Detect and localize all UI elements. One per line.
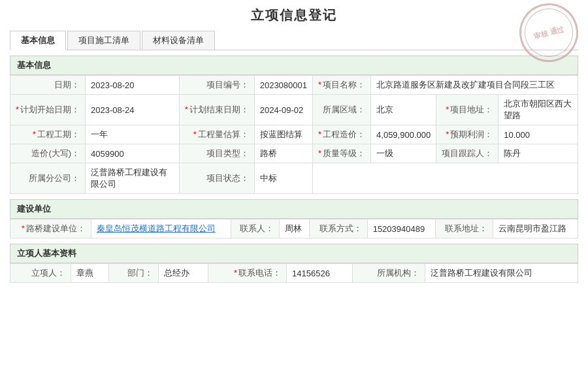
value-phone: 14156526 [287, 264, 353, 283]
value-project-status: 中标 [254, 163, 312, 194]
label-tracker: 项目跟踪人： [436, 144, 498, 163]
page-wrapper: 审核 通过 立项信息登记 基本信息 项目施工清单 材料设备清单 基本信息 日期：… [0, 0, 588, 295]
tab-basic-info[interactable]: 基本信息 [10, 31, 66, 50]
value-org: 泛普路桥工程建设有限公司 [425, 264, 578, 283]
value-duration: 一年 [86, 125, 180, 144]
label-project-type: 项目类型： [179, 144, 254, 163]
build-unit-table: *路桥建设单位： 秦皇岛恒茂横道路工程有限公司 联系人： 周林 联系方式： 15… [10, 219, 578, 238]
label-project-name: *项目名称： [313, 76, 371, 95]
tab-bar: 基本信息 项目施工清单 材料设备清单 [10, 31, 578, 50]
value-contact-address: 云南昆明市盈江路 [493, 220, 578, 238]
label-phone: *联系电话： [208, 264, 286, 283]
value-date: 2023-08-20 [86, 76, 180, 95]
table-row: *路桥建设单位： 秦皇岛恒茂横道路工程有限公司 联系人： 周林 联系方式： 15… [10, 220, 578, 238]
label-start-date: *计划开始日期： [10, 95, 86, 125]
label-quality-level: *质量等级： [313, 144, 371, 163]
label-department: 部门： [109, 264, 159, 283]
table-row: *工程工期： 一年 *工程量估算： 按蓝图结算 *工程造价： 4,059,900… [10, 125, 578, 144]
label-address: *项目地址： [436, 95, 498, 125]
tab-materials-list[interactable]: 材料设备清单 [142, 31, 215, 50]
label-contact-method: 联系方式： [310, 220, 367, 238]
basic-info-table: 日期： 2023-08-20 项目编号： 2023080001 *项目名称： 北… [10, 75, 578, 194]
section-proposer-header: 立项人基本资料 [10, 244, 578, 263]
label-quantity-estimate: *工程量估算： [179, 125, 254, 144]
table-row: 日期： 2023-08-20 项目编号： 2023080001 *项目名称： 北… [10, 76, 578, 95]
label-project-status: 项目状态： [179, 163, 254, 194]
page-title: 立项信息登记 [10, 7, 578, 24]
label-contact-address: 联系地址： [435, 220, 493, 238]
value-address: 北京市朝阳区西大望路 [498, 95, 578, 125]
tab-construction-list[interactable]: 项目施工清单 [67, 31, 140, 50]
road-build-unit-link[interactable]: 秦皇岛恒茂横道路工程有限公司 [97, 223, 216, 233]
value-end-date: 2024-09-02 [254, 95, 312, 125]
label-subsidiary: 所属分公司： [10, 163, 86, 194]
label-duration: *工程工期： [10, 125, 86, 144]
label-project-no: 项目编号： [179, 76, 254, 95]
label-org: 所属机构： [353, 264, 425, 283]
label-road-build-unit: *路桥建设单位： [10, 220, 91, 238]
value-road-build-unit: 秦皇岛恒茂横道路工程有限公司 [91, 220, 231, 238]
label-cost: *工程造价： [313, 125, 371, 144]
label-end-date: *计划结束日期： [179, 95, 254, 125]
label-region: 所属区域： [313, 95, 371, 125]
value-contact-person: 周林 [280, 220, 310, 238]
value-project-type: 路桥 [254, 144, 312, 163]
section-basic-info-header: 基本信息 [10, 56, 578, 75]
table-row: 所属分公司： 泛普路桥工程建设有限公司 项目状态： 中标 [10, 163, 578, 194]
value-project-name: 北京路道服务区新建及改扩建项目合同段三工区 [371, 76, 578, 95]
value-cost: 4,059,900.000 [371, 125, 436, 144]
proposer-info-table: 立项人： 章燕 部门： 总经办 *联系电话： 14156526 所属机构： 泛普… [10, 263, 578, 283]
table-row: *计划开始日期： 2023-08-24 *计划结束日期： 2024-09-02 … [10, 95, 578, 125]
label-date: 日期： [10, 76, 86, 95]
value-region: 北京 [371, 95, 436, 125]
value-quantity-estimate: 按蓝图结算 [254, 125, 312, 144]
value-subsidiary: 泛普路桥工程建设有限公司 [86, 163, 180, 194]
value-contact-method: 15203940489 [367, 220, 435, 238]
label-proposer: 立项人： [10, 264, 71, 283]
table-row: 立项人： 章燕 部门： 总经办 *联系电话： 14156526 所属机构： 泛普… [10, 264, 578, 283]
value-department: 总经办 [159, 264, 208, 283]
table-row: 造价(大写)： 4059900 项目类型： 路桥 *质量等级： 一级 项目跟踪人… [10, 144, 578, 163]
value-start-date: 2023-08-24 [86, 95, 180, 125]
section-build-unit-header: 建设单位 [10, 199, 578, 219]
value-quality-level: 一级 [371, 144, 436, 163]
value-profit: 10.000 [498, 125, 578, 144]
value-cost-written: 4059900 [86, 144, 180, 163]
value-tracker: 陈丹 [498, 144, 578, 163]
value-proposer: 章燕 [71, 264, 109, 283]
label-profit: *预期利润： [436, 125, 498, 144]
value-project-no: 2023080001 [254, 76, 312, 95]
label-cost-written: 造价(大写)： [10, 144, 86, 163]
label-contact-person: 联系人： [231, 220, 279, 238]
